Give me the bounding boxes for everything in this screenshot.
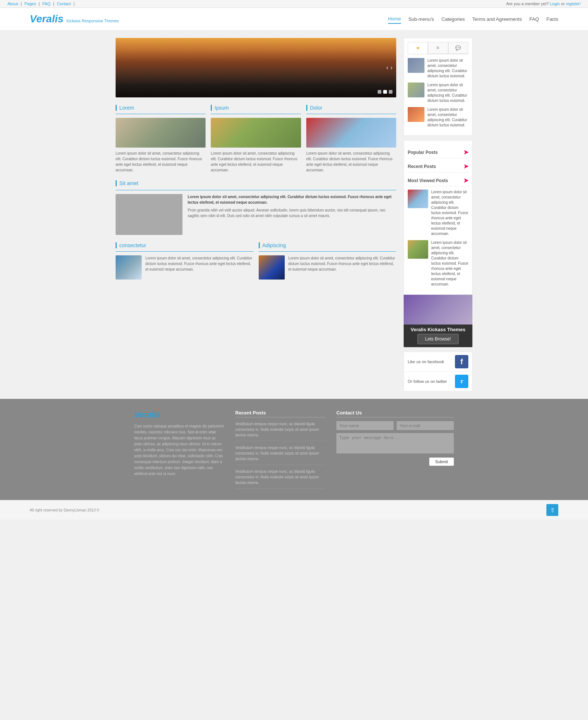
col-consectetur-title: consectetur bbox=[116, 242, 253, 248]
popular-posts-section: Popular Posts ➤ bbox=[408, 149, 468, 158]
comment-icon: 💬 bbox=[455, 45, 461, 51]
most-viewed-thumb-2 bbox=[408, 240, 428, 259]
facebook-label: Like us on facebook bbox=[408, 359, 444, 364]
twitter-icon[interactable]: 𝕣 bbox=[455, 375, 468, 388]
footer-recent-title: Recent Posts bbox=[235, 410, 325, 417]
auth-area: Are you a member yet? Login or register! bbox=[506, 1, 581, 6]
nav-facts[interactable]: Facts bbox=[546, 15, 558, 23]
two-columns: consectetur Lorem ipsum dolor sit amet, … bbox=[116, 242, 396, 280]
recent-posts-section: Recent Posts ➤ bbox=[408, 163, 468, 172]
nav-faq[interactable]: FAQ bbox=[529, 15, 539, 23]
col-dolor-text: Lorem ipsum dolor sit amet, consectetur … bbox=[306, 151, 396, 173]
slider-dot-2[interactable] bbox=[383, 90, 387, 94]
topnav-contact[interactable]: Contact bbox=[57, 1, 71, 6]
top-bar: About | Pages | FAQ | Contact | Are you … bbox=[0, 0, 588, 8]
col-consectetur-thumb bbox=[116, 255, 142, 280]
header: Veralis Kickass Responsive Themes Home S… bbox=[0, 8, 588, 30]
footer-name-input[interactable] bbox=[336, 421, 394, 430]
col-ipsum-text: Lorem ipsum dolor sit amet, consectetur … bbox=[211, 151, 301, 173]
sidebar-post-text-1: Lorem ipsum dolor sit amet, consectetur … bbox=[427, 58, 468, 79]
facebook-row: Like us on facebook f bbox=[404, 352, 472, 372]
footer-name-email-row bbox=[336, 421, 454, 430]
slider-dot-1[interactable] bbox=[378, 90, 381, 94]
tab-shuffle[interactable]: ✕ bbox=[428, 42, 448, 54]
copyright-text: All right reserved by DannyLisman 2013 © bbox=[30, 508, 99, 512]
footer: Veralis Cum sociis natoque penatibus et … bbox=[0, 399, 588, 500]
col-consectetur-body: Lorem ipsum dolor sit amet, consectetur … bbox=[116, 251, 253, 280]
nav-home[interactable]: Home bbox=[388, 14, 401, 24]
sit-amet-body: Lorem ipsum dolor sit amet, consectetur … bbox=[116, 190, 396, 235]
col-lorem-image bbox=[116, 118, 206, 148]
slider-next-arrow[interactable]: › bbox=[391, 64, 392, 71]
logo-rest: eralis bbox=[36, 13, 64, 25]
twitter-label: Or follow us on twitter bbox=[408, 379, 447, 384]
footer-about-col: Veralis Cum sociis natoque penatibus et … bbox=[134, 410, 224, 493]
tab-comment[interactable]: 💬 bbox=[448, 42, 468, 54]
browse-widget-title: Veralis Kickass Themes bbox=[404, 325, 472, 334]
most-viewed-arrow: ➤ bbox=[463, 177, 468, 184]
footer-contact-col: Contact Us Submit bbox=[336, 410, 454, 493]
twitter-row: Or follow us on twitter 𝕣 bbox=[404, 372, 472, 391]
sit-amet-section: Sit amet Lorem ipsum dolor sit amet, con… bbox=[116, 180, 396, 235]
popular-posts-title: Popular Posts ➤ bbox=[408, 149, 468, 158]
sidebar-post-1: Lorem ipsum dolor sit amet, consectetur … bbox=[408, 58, 468, 79]
login-link[interactable]: Login bbox=[550, 1, 560, 6]
facebook-icon[interactable]: f bbox=[455, 355, 468, 368]
tab-star[interactable]: ★ bbox=[408, 42, 428, 54]
col-lorem-text: Lorem ipsum dolor sit amet, consectetur … bbox=[116, 151, 206, 173]
popular-arrow: ➤ bbox=[463, 149, 468, 156]
col-adipiscing-body: Lorem ipsum dolor sit amet, consectetur … bbox=[259, 251, 397, 280]
slider-dot-3[interactable] bbox=[389, 90, 392, 94]
logo-tagline: Kickass Responsive Themes bbox=[67, 19, 119, 23]
register-link[interactable]: register! bbox=[566, 1, 581, 6]
hero-slider[interactable]: ‹ › bbox=[116, 38, 396, 97]
auth-text: Are you a member yet? bbox=[506, 1, 549, 6]
slider-controls: ‹ › bbox=[386, 64, 392, 71]
sidebar-post-thumb-3 bbox=[408, 107, 424, 122]
sidebar: ★ ✕ 💬 Lorem ipsum dolor sit amet, consec… bbox=[404, 38, 472, 391]
browse-widget-image bbox=[404, 295, 472, 325]
sit-amet-image bbox=[116, 194, 182, 235]
main-content: ‹ › Lorem Lorem ipsum dolor sit amet, co… bbox=[116, 38, 396, 391]
nav-submenus[interactable]: Sub-menu's bbox=[408, 15, 434, 23]
sidebar-post-3: Lorem ipsum dolor sit amet, consectetur … bbox=[408, 107, 468, 128]
col-lorem: Lorem Lorem ipsum dolor sit amet, consec… bbox=[116, 105, 206, 173]
footer-contact-title: Contact Us bbox=[336, 410, 454, 417]
topnav-pages[interactable]: Pages bbox=[25, 1, 36, 6]
contact-form: Submit bbox=[336, 421, 454, 458]
three-columns: Lorem Lorem ipsum dolor sit amet, consec… bbox=[116, 105, 396, 173]
topnav-about[interactable]: About bbox=[7, 1, 18, 6]
browse-widget: Veralis Kickass Themes Lets Browse! bbox=[404, 295, 472, 347]
sidebar-post-2: Lorem ipsum dolor sit amet, consectetur … bbox=[408, 83, 468, 103]
col-dolor: Dolor Lorem ipsum dolor sit amet, consec… bbox=[306, 105, 396, 173]
most-viewed-text-1: Lorem ipsum dolor sit amet, consectetur … bbox=[431, 190, 468, 236]
most-viewed-post-1: Lorem ipsum dolor sit amet, consectetur … bbox=[408, 190, 468, 236]
most-viewed-text-2: Lorem ipsum dolor sit amet, consectetur … bbox=[431, 240, 468, 287]
footer-logo-v: V bbox=[134, 410, 139, 419]
footer-bottom: All right reserved by DannyLisman 2013 ©… bbox=[0, 500, 588, 520]
topnav-faq[interactable]: FAQ bbox=[42, 1, 51, 6]
sidebar-post-thumb-2 bbox=[408, 83, 424, 97]
sit-amet-main-text: Lorem ipsum dolor sit amet, consectetur … bbox=[188, 195, 391, 204]
col-adipiscing-thumb bbox=[259, 255, 285, 280]
footer-email-input[interactable] bbox=[397, 421, 454, 430]
nav-terms[interactable]: Terms and Agreements bbox=[472, 15, 522, 23]
footer-message-textarea[interactable] bbox=[336, 433, 454, 453]
tab-content: Lorem ipsum dolor sit amet, consectetur … bbox=[408, 58, 468, 128]
sidebar-post-thumb-1 bbox=[408, 58, 424, 73]
scroll-top-button[interactable]: ⇧ bbox=[546, 504, 558, 516]
main-nav: Home Sub-menu's Categories Terms and Agr… bbox=[388, 14, 558, 24]
nav-categories[interactable]: Categories bbox=[442, 15, 465, 23]
slider-prev-arrow[interactable]: ‹ bbox=[386, 64, 388, 71]
browse-button[interactable]: Lets Browse! bbox=[417, 334, 459, 344]
footer-submit-button[interactable]: Submit bbox=[429, 458, 454, 466]
recent-posts-title: Recent Posts ➤ bbox=[408, 163, 468, 172]
sit-amet-title: Sit amet bbox=[116, 180, 396, 186]
slider-image bbox=[116, 38, 396, 97]
most-viewed-thumb-1 bbox=[408, 190, 428, 208]
footer-about-text: Cum sociis natoque penatibus et magnis d… bbox=[134, 423, 224, 477]
sit-amet-text: Lorem ipsum dolor sit amet, consectetur … bbox=[188, 194, 396, 235]
logo-v: V bbox=[30, 13, 36, 25]
col-adipiscing: Adipiscing Lorem ipsum dolor sit amet, c… bbox=[259, 242, 397, 280]
col-dolor-title: Dolor bbox=[306, 105, 396, 111]
